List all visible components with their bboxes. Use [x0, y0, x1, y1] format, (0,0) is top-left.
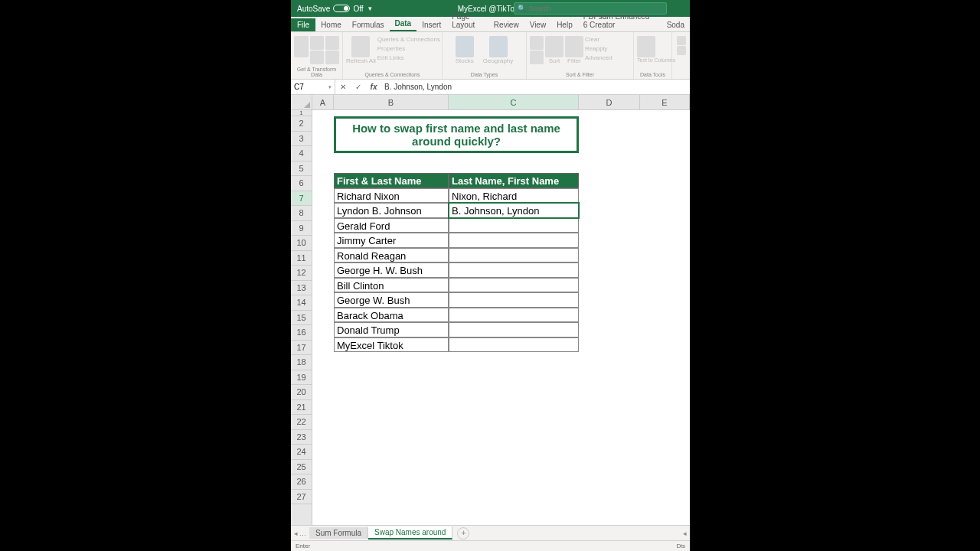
- col-header-e[interactable]: E: [640, 95, 690, 109]
- row-header-2[interactable]: 2: [291, 116, 312, 132]
- sheet-tab-swap[interactable]: Swap Names around: [368, 527, 452, 540]
- nav-first-icon[interactable]: ◂: [294, 530, 298, 537]
- row-header-24[interactable]: 24: [291, 445, 312, 460]
- row-header-16[interactable]: 16: [291, 325, 312, 341]
- tab-help[interactable]: Help: [551, 18, 578, 31]
- clear-item[interactable]: Clear: [585, 36, 612, 43]
- sort-icon[interactable]: [545, 36, 564, 57]
- cell-b14[interactable]: Barack Obama: [334, 308, 449, 323]
- geography-icon[interactable]: [489, 36, 508, 57]
- row-header-14[interactable]: 14: [291, 295, 312, 311]
- cell-c10[interactable]: [449, 248, 579, 263]
- select-all-button[interactable]: [291, 95, 312, 110]
- cell-c8[interactable]: [449, 218, 579, 233]
- row-header-3[interactable]: 3: [291, 132, 312, 147]
- stocks-icon[interactable]: [456, 36, 474, 57]
- title-banner[interactable]: How to swap first name and last name aro…: [334, 116, 579, 153]
- name-box[interactable]: C7: [291, 80, 335, 94]
- cell-b12[interactable]: Bill Clinton: [334, 278, 449, 293]
- row-header-7[interactable]: 7: [291, 191, 312, 207]
- tab-soda[interactable]: Soda: [662, 18, 690, 31]
- cells-area[interactable]: How to swap first name and last name aro…: [312, 110, 690, 525]
- cell-c12[interactable]: [449, 278, 579, 293]
- row-header-21[interactable]: 21: [291, 400, 312, 416]
- row-header-27[interactable]: 27: [291, 490, 312, 505]
- table-header-b[interactable]: First & Last Name: [334, 173, 449, 188]
- row-header-6[interactable]: 6: [291, 176, 312, 191]
- tab-review[interactable]: Review: [488, 18, 524, 31]
- search-input[interactable]: [529, 5, 663, 12]
- sheet-scroll-icon[interactable]: ◂: [683, 530, 687, 537]
- cell-c16[interactable]: [449, 337, 579, 353]
- cell-b13[interactable]: George W. Bush: [334, 292, 449, 308]
- tab-home[interactable]: Home: [315, 18, 347, 31]
- col-header-b[interactable]: B: [334, 95, 449, 109]
- tab-data[interactable]: Data: [390, 17, 417, 31]
- sort-asc-icon[interactable]: [530, 36, 544, 50]
- cell-c7[interactable]: B. Johnson, Lyndon: [449, 203, 579, 218]
- cell-c6[interactable]: Nixon, Richard: [449, 188, 579, 204]
- queries-item[interactable]: Queries & Connections: [377, 36, 440, 43]
- cell-b6[interactable]: Richard Nixon: [334, 188, 449, 204]
- row-header-1[interactable]: 1: [291, 110, 312, 116]
- qat-customize-icon[interactable]: ▾: [368, 5, 372, 12]
- row-header-13[interactable]: 13: [291, 281, 312, 296]
- row-header-15[interactable]: 15: [291, 311, 312, 326]
- cell-c9[interactable]: [449, 233, 579, 248]
- row-header-4[interactable]: 4: [291, 146, 312, 161]
- cell-b7[interactable]: Lyndon B. Johnson: [334, 203, 449, 218]
- row-header-25[interactable]: 25: [291, 460, 312, 475]
- from-text-icon[interactable]: [310, 36, 324, 50]
- nav-prev-icon[interactable]: …: [299, 530, 306, 537]
- row-header-12[interactable]: 12: [291, 266, 312, 281]
- cell-b9[interactable]: Jimmy Carter: [334, 233, 449, 248]
- add-sheet-button[interactable]: +: [457, 527, 469, 540]
- flash-fill-icon[interactable]: [677, 36, 686, 45]
- tab-formulas[interactable]: Formulas: [347, 18, 390, 31]
- cell-c15[interactable]: [449, 322, 579, 337]
- text-to-columns-icon[interactable]: [637, 36, 655, 57]
- tab-view[interactable]: View: [524, 18, 552, 31]
- recent-icon[interactable]: [325, 51, 339, 64]
- properties-item[interactable]: Properties: [377, 45, 440, 52]
- cell-b8[interactable]: Gerald Ford: [334, 218, 449, 233]
- row-header-26[interactable]: 26: [291, 474, 312, 490]
- tab-file[interactable]: File: [291, 18, 315, 31]
- fx-icon[interactable]: fx: [366, 83, 381, 91]
- from-table-icon[interactable]: [325, 36, 339, 50]
- cell-c13[interactable]: [449, 292, 579, 308]
- get-data-icon[interactable]: [294, 36, 309, 57]
- cell-c11[interactable]: [449, 262, 579, 278]
- reapply-item[interactable]: Reapply: [585, 45, 612, 52]
- sort-desc-icon[interactable]: [530, 51, 544, 64]
- tab-insert[interactable]: Insert: [416, 18, 446, 31]
- row-header-19[interactable]: 19: [291, 370, 312, 386]
- row-header-9[interactable]: 9: [291, 221, 312, 236]
- row-header-10[interactable]: 10: [291, 236, 312, 251]
- row-header-18[interactable]: 18: [291, 355, 312, 370]
- cell-b16[interactable]: MyExcel Tiktok: [334, 337, 449, 353]
- edit-links-item[interactable]: Edit Links: [377, 54, 440, 61]
- cancel-button[interactable]: ✕: [335, 83, 351, 91]
- row-header-8[interactable]: 8: [291, 206, 312, 221]
- row-header-5[interactable]: 5: [291, 161, 312, 177]
- cell-b11[interactable]: George H. W. Bush: [334, 262, 449, 278]
- sheet-tab-sum[interactable]: Sum Formula: [309, 527, 368, 539]
- refresh-icon[interactable]: [351, 36, 370, 57]
- col-header-d[interactable]: D: [579, 95, 640, 109]
- spreadsheet-grid[interactable]: A B C D E 123456789101112131415161718192…: [291, 95, 690, 525]
- cell-c14[interactable]: [449, 308, 579, 323]
- from-web-icon[interactable]: [310, 51, 324, 64]
- row-header-20[interactable]: 20: [291, 385, 312, 400]
- cell-b10[interactable]: Ronald Reagan: [334, 248, 449, 263]
- row-header-23[interactable]: 23: [291, 430, 312, 445]
- col-header-c[interactable]: C: [449, 95, 579, 109]
- cell-b15[interactable]: Donald Trump: [334, 322, 449, 337]
- row-header-17[interactable]: 17: [291, 341, 312, 356]
- autosave-toggle[interactable]: AutoSave Off: [297, 5, 364, 13]
- remove-dup-icon[interactable]: [677, 46, 686, 55]
- tab-page-layout[interactable]: Page Layout: [446, 10, 488, 31]
- row-header-11[interactable]: 11: [291, 251, 312, 266]
- search-box[interactable]: 🔍: [514, 2, 667, 15]
- col-header-a[interactable]: A: [312, 95, 334, 109]
